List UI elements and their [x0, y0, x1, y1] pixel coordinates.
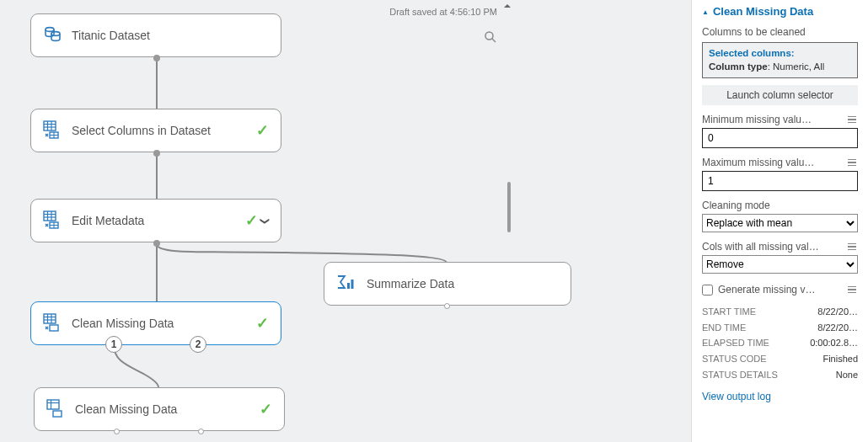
- node-output-port[interactable]: [153, 240, 160, 247]
- node-label: Select Columns in Dataset: [72, 124, 256, 137]
- metric-key: END TIME: [702, 320, 746, 336]
- svg-rect-21: [351, 280, 354, 289]
- grid-select-icon: [43, 313, 62, 334]
- svg-line-1: [492, 39, 496, 42]
- node-label: Clean Missing Data: [75, 402, 260, 416]
- field-menu-icon[interactable]: [846, 242, 858, 253]
- cleaning-mode-select[interactable]: Replace with mean: [702, 214, 858, 232]
- dataset-icon: [43, 25, 62, 46]
- port-number: 1: [111, 338, 117, 350]
- node-label: Summarize Data: [367, 277, 559, 290]
- svg-rect-28: [47, 400, 59, 409]
- draft-save-status: Draft saved at 4:56:10 PM: [389, 7, 497, 17]
- svg-rect-12: [44, 211, 56, 221]
- status-check-icon: ✓: [260, 400, 272, 418]
- cleaning-mode-label: Cleaning mode: [702, 200, 770, 211]
- node-output-port[interactable]: [153, 55, 160, 61]
- node-select-columns[interactable]: Select Columns in Dataset ✓: [30, 109, 281, 152]
- field-menu-icon[interactable]: [846, 157, 858, 168]
- svg-point-0: [485, 32, 493, 40]
- canvas-scroll-up[interactable]: [504, 4, 511, 8]
- properties-panel: Clean Missing Data Columns to be cleaned…: [691, 0, 868, 442]
- launch-column-selector-button[interactable]: Launch column selector: [702, 85, 858, 105]
- canvas-scrollbar[interactable]: [507, 182, 511, 232]
- min-missing-label: Minimum missing valu…: [702, 114, 812, 125]
- metric-val: 8/22/20…: [817, 320, 858, 336]
- node-output-port[interactable]: [444, 303, 450, 309]
- generate-missing-checkbox[interactable]: [702, 285, 713, 296]
- metric-val: Finished: [822, 351, 858, 367]
- svg-point-2: [46, 27, 54, 31]
- view-output-log-link[interactable]: View output log: [702, 391, 858, 402]
- node-dataset[interactable]: Titanic Dataset: [30, 13, 281, 57]
- svg-rect-20: [347, 283, 350, 289]
- selected-columns-header: Selected columns:: [709, 47, 851, 61]
- cols-all-missing-select[interactable]: Remove: [702, 255, 858, 274]
- columns-to-clean-label: Columns to be cleaned: [702, 26, 806, 38]
- metric-key: ELAPSED TIME: [702, 335, 769, 351]
- max-missing-input[interactable]: [702, 171, 858, 191]
- node-clean-missing-data-1[interactable]: Clean Missing Data ✓: [30, 301, 281, 345]
- run-metrics: START TIME8/22/20… END TIME8/22/20… ELAP…: [702, 304, 858, 382]
- port-number: 2: [196, 338, 201, 350]
- svg-point-3: [51, 31, 60, 35]
- min-missing-input[interactable]: [702, 128, 858, 148]
- search-icon[interactable]: [484, 30, 497, 46]
- sigma-bar-icon: [336, 274, 356, 294]
- metric-key: STATUS CODE: [702, 351, 767, 367]
- panel-title[interactable]: Clean Missing Data: [702, 5, 858, 18]
- svg-rect-27: [50, 325, 58, 331]
- metric-val: None: [836, 367, 858, 383]
- grid-select-icon: [46, 399, 65, 420]
- svg-rect-31: [53, 411, 62, 417]
- svg-rect-22: [44, 314, 56, 323]
- node-label: Edit Metadata: [72, 214, 245, 227]
- node-edit-metadata[interactable]: Edit Metadata ✓ ❯: [30, 199, 281, 242]
- node-clean-missing-data-2[interactable]: Clean Missing Data ✓: [34, 387, 285, 431]
- status-check-icon: ✓: [256, 121, 269, 140]
- chevron-down-icon[interactable]: ❯: [260, 217, 271, 225]
- max-missing-label: Maximum missing valu…: [702, 157, 814, 168]
- metric-key: START TIME: [702, 304, 756, 320]
- metric-val: 8/22/20…: [817, 304, 858, 320]
- field-menu-icon[interactable]: [846, 285, 858, 296]
- experiment-canvas[interactable]: Draft saved at 4:56:10 PM Titanic Datase…: [0, 0, 691, 442]
- node-output-port[interactable]: [153, 150, 160, 157]
- grid-select-icon: [43, 210, 62, 232]
- metric-val: 0:00:02.8…: [810, 335, 858, 351]
- field-menu-icon[interactable]: [846, 114, 858, 125]
- selected-columns-box: Selected columns: Column type: Numeric, …: [702, 42, 858, 78]
- svg-rect-4: [44, 121, 56, 130]
- selected-columns-text: Column type: Numeric, All: [709, 61, 851, 74]
- generate-missing-checkbox-row[interactable]: Generate missing v…: [702, 284, 815, 296]
- node-label: Clean Missing Data: [72, 317, 256, 330]
- node-output-port-2[interactable]: 2: [190, 336, 206, 353]
- node-label: Titanic Dataset: [72, 29, 269, 42]
- metric-key: STATUS DETAILS: [702, 367, 778, 383]
- node-output-port-1[interactable]: 1: [105, 336, 122, 353]
- node-output-port[interactable]: [198, 429, 204, 434]
- cols-all-missing-label: Cols with all missing val…: [702, 241, 819, 253]
- grid-select-icon: [43, 120, 62, 141]
- node-output-port[interactable]: [114, 429, 120, 434]
- node-summarize-data[interactable]: Summarize Data: [324, 262, 571, 306]
- status-check-icon: ✓: [256, 314, 269, 333]
- status-check-icon: ✓: [245, 211, 258, 230]
- generate-missing-label: Generate missing v…: [718, 284, 815, 296]
